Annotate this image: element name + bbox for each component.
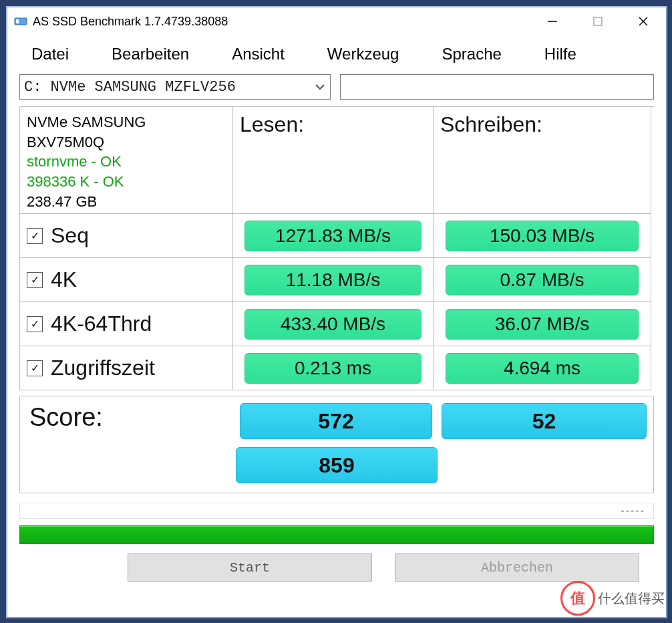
- device-name: NVMe SAMSUNG: [27, 112, 146, 132]
- test-zugriffszeit[interactable]: ✓Zugriffszeit: [27, 356, 226, 380]
- test-4k64thrd[interactable]: ✓4K-64Thrd: [27, 312, 226, 336]
- close-button[interactable]: [621, 7, 666, 35]
- watermark-icon: 值: [560, 581, 595, 616]
- app-icon: [14, 15, 27, 28]
- window-controls: [530, 7, 666, 35]
- menu-hilfe[interactable]: Hilfe: [538, 42, 583, 66]
- score-write: 52: [442, 403, 647, 439]
- score-read: 572: [240, 403, 432, 439]
- menu-bearbeiten[interactable]: Bearbeiten: [105, 42, 196, 66]
- seq-read-result: 1271.83 MB/s: [244, 221, 421, 251]
- test-label: Zugriffszeit: [51, 356, 155, 380]
- menu-datei[interactable]: Datei: [25, 42, 75, 66]
- top-controls: C: NVMe SAMSUNG MZFLV256: [7, 72, 666, 105]
- access-read-result: 0.213 ms: [244, 353, 421, 384]
- access-write-result: 4.694 ms: [446, 353, 639, 384]
- svg-rect-3: [594, 17, 602, 25]
- header-read-label: Lesen:: [240, 112, 304, 137]
- score-label: Score:: [27, 403, 230, 432]
- results-grid: NVMe SAMSUNG BXV75M0Q stornvme - OK 3983…: [19, 106, 654, 390]
- 4k64-read-result: 433.40 MB/s: [244, 309, 421, 340]
- titlebar: AS SSD Benchmark 1.7.4739.38088: [7, 7, 666, 35]
- header-read: Lesen:: [233, 107, 434, 214]
- minimize-button[interactable]: [530, 7, 575, 35]
- test-row-4k: ✓4K 11.18 MB/s 0.87 MB/s: [19, 258, 654, 302]
- filter-input[interactable]: [340, 74, 654, 100]
- header-row: NVMe SAMSUNG BXV75M0Q stornvme - OK 3983…: [19, 107, 654, 214]
- button-row: Start Abbrechen: [19, 553, 654, 582]
- 4k-write-result: 0.87 MB/s: [446, 265, 639, 295]
- device-info-cell: NVMe SAMSUNG BXV75M0Q stornvme - OK 3983…: [19, 107, 233, 214]
- test-label: 4K: [51, 267, 77, 292]
- score-panel: Score: 572 52 859: [19, 396, 654, 493]
- maximize-button[interactable]: [575, 7, 621, 35]
- window-title: AS SSD Benchmark 1.7.4739.38088: [33, 15, 530, 29]
- menu-sprache[interactable]: Sprache: [435, 42, 508, 66]
- test-seq[interactable]: ✓Seq: [27, 223, 226, 248]
- header-write: Schreiben:: [434, 107, 651, 214]
- test-row-access: ✓Zugriffszeit 0.213 ms 4.694 ms: [19, 346, 654, 390]
- driver-status: stornvme - OK: [27, 152, 146, 172]
- watermark-text: 什么值得买: [598, 590, 665, 608]
- test-row-seq: ✓Seq 1271.83 MB/s 150.03 MB/s: [19, 214, 654, 258]
- progress-bar: [19, 525, 654, 544]
- menubar: Datei Bearbeiten Ansicht Werkzeug Sprach…: [7, 35, 666, 72]
- start-button[interactable]: Start: [128, 553, 372, 582]
- test-4k[interactable]: ✓4K: [27, 267, 226, 292]
- status-text: -----: [621, 505, 645, 517]
- menu-ansicht[interactable]: Ansicht: [225, 42, 291, 66]
- menu-werkzeug[interactable]: Werkzeug: [321, 42, 406, 66]
- checkbox-4k64[interactable]: ✓: [27, 316, 43, 332]
- seq-write-result: 150.03 MB/s: [446, 221, 639, 251]
- score-total: 859: [236, 447, 438, 483]
- drive-selector-text: C: NVMe SAMSUNG MZFLV256: [24, 79, 236, 96]
- header-write-label: Schreiben:: [440, 112, 542, 137]
- test-label: Seq: [51, 223, 89, 248]
- 4k-read-result: 11.18 MB/s: [244, 265, 421, 295]
- device-firmware: BXV75M0Q: [27, 132, 146, 152]
- checkbox-seq[interactable]: ✓: [27, 228, 43, 244]
- alignment-status: 398336 K - OK: [27, 172, 146, 192]
- svg-rect-1: [16, 19, 19, 23]
- device-capacity: 238.47 GB: [27, 192, 146, 212]
- status-bar: -----: [19, 503, 654, 519]
- test-row-4k64: ✓4K-64Thrd 433.40 MB/s 36.07 MB/s: [19, 302, 654, 346]
- checkbox-access[interactable]: ✓: [27, 360, 43, 376]
- chevron-down-icon: [314, 81, 326, 93]
- checkbox-4k[interactable]: ✓: [27, 272, 43, 288]
- drive-selector[interactable]: C: NVMe SAMSUNG MZFLV256: [19, 74, 331, 100]
- application-window: AS SSD Benchmark 1.7.4739.38088 Datei Be…: [7, 7, 667, 618]
- cancel-button: Abbrechen: [395, 553, 639, 582]
- 4k64-write-result: 36.07 MB/s: [446, 309, 639, 340]
- test-label: 4K-64Thrd: [51, 312, 152, 336]
- watermark: 值 什么值得买: [560, 581, 665, 616]
